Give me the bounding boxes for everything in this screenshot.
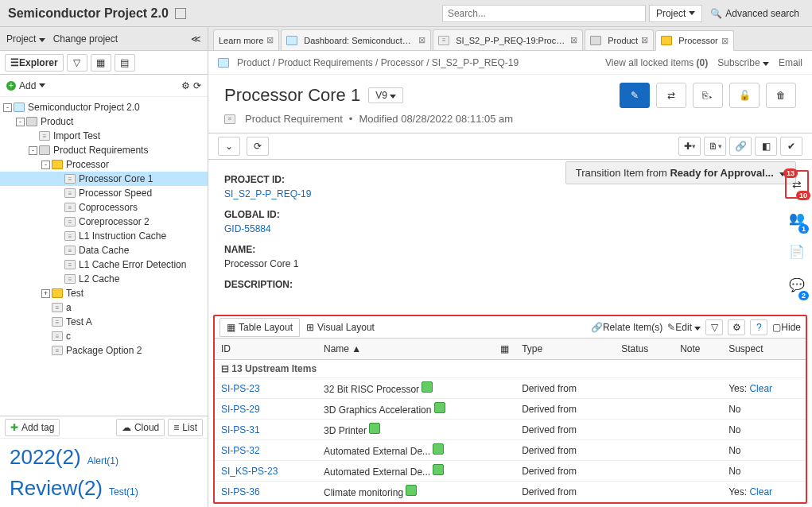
search-input[interactable] [442,5,646,22]
tree-item[interactable]: +Test [0,286,208,300]
relationships-widget[interactable]: ⇄ 13 10 [785,170,809,199]
compare-icon[interactable]: ◧ [755,137,777,156]
table-row[interactable]: SI-PS-2332 Bit RISC Processor Derived fr… [215,378,806,399]
item-id-link[interactable]: SI-PS-29 [221,404,260,415]
item-id-link[interactable]: SI-PS-32 [221,445,260,456]
editor-tab[interactable]: Dashboard: Semiconductor Project...⊠ [281,29,431,50]
transition-button[interactable]: Transition Item from Ready for Approval.… [565,161,796,184]
breadcrumb-item[interactable]: Product Requirements [278,57,372,68]
column-config-icon[interactable]: ▦ [500,343,509,354]
subscribe-menu[interactable]: Subscribe [717,57,769,68]
explorer-tab[interactable]: ☰ Explorer [5,54,64,72]
column-header[interactable]: Name ▲▦ [317,339,515,360]
close-icon[interactable]: ⊠ [641,35,648,45]
tag-cloud-item[interactable]: Alert(1) [87,455,118,466]
tree-item[interactable]: Test A [0,315,208,329]
table-row[interactable]: SI-PS-313D Printer Derived fromNo [215,420,806,440]
grid-icon[interactable]: ▦ [91,54,111,72]
tree-item[interactable]: Data Cache [0,243,208,257]
table-row[interactable]: SI-PS-36Climate monitoring Derived fromY… [215,482,806,502]
tree-item[interactable]: L1 Cache Error Detection [0,257,208,272]
toggle-icon[interactable]: - [16,118,25,126]
locked-items-link[interactable]: View all locked items (0) [605,57,708,68]
releases-icon[interactable]: ▤ [115,54,135,72]
settings-icon[interactable]: ⚙ [728,319,745,335]
column-header[interactable]: Type [515,339,615,360]
editor-tab[interactable]: Learn more⊠ [213,29,279,50]
editor-tab[interactable]: SI_S2_P-P_REQ-19:Proce...⊠ [433,29,583,50]
relate-items-button[interactable]: 🔗Relate Item(s) [591,322,662,333]
global-id-value[interactable]: GID-55884 [224,223,796,234]
tag-cloud-item[interactable]: Review(2) [3,473,109,504]
add-tag-button[interactable]: ✚Add tag [5,419,60,436]
toggle-icon[interactable]: - [41,161,50,169]
column-header[interactable]: ID [215,339,317,360]
gear-icon[interactable]: ⚙ [181,80,190,91]
editor-tab[interactable]: Product⊠ [585,29,654,50]
tree-item[interactable]: Coprocessors [0,200,208,215]
item-id-link[interactable]: SI-PS-31 [221,424,260,435]
export-button[interactable]: ⎘▸ [693,83,723,108]
group-header[interactable]: ⊟ 13 Upstream Items [215,360,806,378]
edit-button[interactable]: ✎ [620,83,650,108]
lock-button[interactable]: 🔓 [729,83,760,108]
column-header[interactable]: Status [615,339,674,360]
hide-button[interactable]: ▢Hide [772,322,801,333]
edit-menu[interactable]: ✎Edit [667,322,701,333]
clear-link[interactable]: Clear [749,383,772,394]
tree-item[interactable]: -Product Requirements [0,143,208,157]
clear-link[interactable]: Clear [749,486,772,497]
close-icon[interactable]: ⊠ [721,36,728,46]
expand-icon[interactable]: ⌄ [218,137,240,156]
search-scope-button[interactable]: Project [649,5,702,22]
project-menu[interactable]: Project [6,33,45,45]
tree-item[interactable]: c [0,329,208,343]
refresh-icon[interactable]: ⟳ [247,137,269,156]
email-link[interactable]: Email [779,57,802,68]
list-view-button[interactable]: ≡List [168,419,203,436]
comments-widget[interactable]: 💬 2 [785,270,809,299]
editor-tab[interactable]: Processor⊠ [655,30,734,51]
breadcrumb-item[interactable]: Product [237,57,270,68]
refresh-icon[interactable]: ⟳ [193,80,201,91]
tree-item[interactable]: Import Test [0,129,208,143]
breadcrumb-item[interactable]: SI_S2_P-P_REQ-19 [432,57,519,68]
version-button[interactable]: V9 [368,87,403,103]
tree-item[interactable]: Coreprocessor 2 [0,215,208,229]
column-header[interactable]: Note [674,339,722,360]
tag-cloud-item[interactable]: 2022(2) [3,442,87,473]
tree-item[interactable]: L1 Instruction Cache [0,229,208,243]
visual-layout-tab[interactable]: ⊞Visual Layout [300,318,381,337]
tree-item[interactable]: -Processor [0,157,208,172]
home-icon[interactable] [218,58,229,68]
close-icon[interactable]: ⊠ [418,35,425,45]
item-id-link[interactable]: SI-PS-23 [221,383,260,394]
project-id-value[interactable]: SI_S2_P-P_REQ-19 [224,188,796,199]
table-row[interactable]: SI_KS-PS-23Automated External De... Deri… [215,461,806,482]
table-row[interactable]: SI-PS-293D Graphics Acceleration Derived… [215,399,806,420]
item-id-link[interactable]: SI_KS-PS-23 [221,466,278,477]
tree-item[interactable]: -Semiconductor Project 2.0 [0,100,208,114]
table-row[interactable]: SI-PS-32Automated External De... Derived… [215,440,806,461]
cloud-view-button[interactable]: ☁Cloud [116,419,165,436]
tree-item[interactable]: Package Option 2 [0,343,208,358]
activity-widget[interactable]: 📄 [785,237,809,265]
filter-icon[interactable]: ▽ [705,319,723,335]
tree-item[interactable]: Processor Speed [0,186,208,200]
collapse-left-icon[interactable]: ≪ [191,33,201,45]
close-icon[interactable]: ⊠ [570,35,577,45]
tag-cloud-item[interactable]: Test(1) [109,486,138,497]
tree-item[interactable]: Processor Core 1 [0,172,208,186]
breadcrumb-item[interactable]: Processor [381,57,424,68]
layout-icon[interactable] [175,8,186,19]
toggle-icon[interactable]: - [3,103,12,112]
advanced-search-link[interactable]: 🔍Advanced search [705,8,804,19]
people-widget[interactable]: 👥 1 [785,203,809,232]
table-layout-tab[interactable]: ▦Table Layout [220,318,300,337]
add-menu[interactable]: ✚▾ [678,137,701,156]
change-project-link[interactable]: Change project [53,33,118,45]
link-icon[interactable]: 🔗 [729,137,752,156]
toggle-icon[interactable]: + [41,289,50,298]
item-id-link[interactable]: SI-PS-36 [221,486,260,497]
close-icon[interactable]: ⊠ [266,35,274,45]
